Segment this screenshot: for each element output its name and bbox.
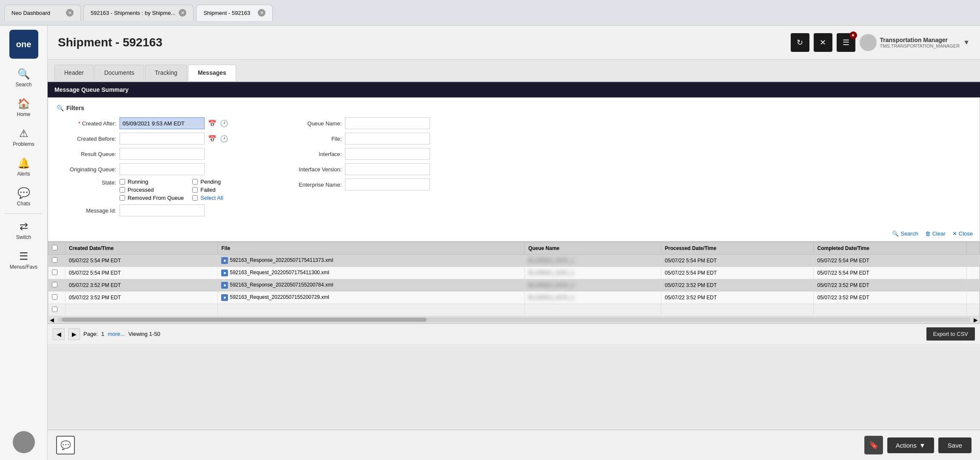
scroll-left-btn[interactable]: ◀ xyxy=(48,317,56,323)
enterprise-name-input[interactable] xyxy=(345,179,430,190)
horizontal-scrollbar[interactable]: ◀ ▶ xyxy=(48,316,980,323)
more-text[interactable]: more... xyxy=(108,331,125,337)
sidebar-avatar[interactable] xyxy=(13,431,35,453)
created-before-calendar-btn[interactable]: 📅 xyxy=(208,135,217,143)
row-processed-dt: 05/07/22 5:54 PM EDT xyxy=(661,267,814,279)
filter-interface-version-row: Interface Version: xyxy=(282,163,430,175)
app-layout: one 🔍 Search 🏠 Home ⚠ Problems 🔔 Alerts … xyxy=(0,26,980,460)
user-info[interactable]: Transportation Manager TMS.TRANSPORTATIO… xyxy=(860,34,970,51)
sidebar-item-switch[interactable]: ⇄ Switch xyxy=(0,216,47,245)
tab-header[interactable]: Header xyxy=(54,65,94,81)
filter-right-column: Queue Name: File: Interface: xyxy=(282,117,430,220)
row-checkbox[interactable] xyxy=(52,270,57,275)
state-processed-checkbox[interactable] xyxy=(120,187,125,193)
filter-result-queue-row: Result Queue: xyxy=(57,148,256,160)
row-queue: BLURRED_DATA_3 xyxy=(524,279,661,292)
col-processed-datetime: Processed Date/Time xyxy=(661,242,814,255)
scroll-right-btn[interactable]: ▶ xyxy=(972,317,980,323)
browser-tab-3[interactable]: Shipment - 592163 ✕ xyxy=(196,5,273,21)
app-logo[interactable]: one xyxy=(9,30,38,59)
user-role: TMS.TRANSPORTATION_MANAGER xyxy=(880,43,960,48)
state-removed-checkbox[interactable] xyxy=(120,195,125,201)
chat-button[interactable]: 💬 xyxy=(56,436,75,454)
state-select-all-checkbox[interactable] xyxy=(192,195,198,201)
select-all-link[interactable]: Select All xyxy=(200,195,223,201)
row-checkbox[interactable] xyxy=(52,257,57,263)
row-completed-dt: 05/07/22 3:52 PM EDT xyxy=(814,292,967,304)
table-header-row: Created Date/Time File Queue Name Proces… xyxy=(48,242,980,255)
prev-page-btn[interactable]: ◀ xyxy=(53,328,65,340)
row-checkbox-empty[interactable] xyxy=(52,307,57,312)
created-after-calendar-btn[interactable]: 📅 xyxy=(208,119,217,128)
page-label: Page: xyxy=(83,331,98,337)
sidebar-item-problems[interactable]: ⚠ Problems xyxy=(0,122,47,152)
interface-version-input[interactable] xyxy=(345,163,430,175)
save-button[interactable]: Save xyxy=(938,437,971,453)
export-csv-button[interactable]: Export to CSV xyxy=(926,327,975,341)
tab-close-3[interactable]: ✕ xyxy=(258,9,265,17)
created-before-clock-btn[interactable]: 🕐 xyxy=(220,135,228,143)
table-row-empty xyxy=(48,304,980,316)
actions-button[interactable]: Actions ▼ xyxy=(887,437,934,453)
filter-enterprise-name-row: Enterprise Name: xyxy=(282,179,430,190)
queue-name-input[interactable] xyxy=(345,117,430,129)
sidebar-item-search[interactable]: 🔍 Search xyxy=(0,63,47,93)
interface-input[interactable] xyxy=(345,148,430,160)
sidebar: one 🔍 Search 🏠 Home ⚠ Problems 🔔 Alerts … xyxy=(0,26,48,460)
row-file: ■592163_Response_20220507155200784.xml xyxy=(218,279,524,292)
scroll-thumb[interactable] xyxy=(62,318,427,322)
created-before-input[interactable] xyxy=(120,133,205,145)
filter-created-before-row: Created Before: 📅 🕐 xyxy=(57,133,256,145)
row-checkbox[interactable] xyxy=(52,294,57,300)
notification-button[interactable]: ☰ ★ xyxy=(837,33,855,52)
filter-search-icon: 🔍 xyxy=(57,105,64,111)
sidebar-item-home[interactable]: 🏠 Home xyxy=(0,93,47,122)
row-completed-dt: 05/07/22 5:54 PM EDT xyxy=(814,255,967,267)
originating-queue-input[interactable] xyxy=(120,163,205,175)
clear-filter-button[interactable]: 🗑 Clear xyxy=(925,230,946,237)
created-after-clock-btn[interactable]: 🕐 xyxy=(220,119,228,128)
filter-state-section: State: Running Pending xyxy=(57,179,256,201)
problems-icon: ⚠ xyxy=(19,128,28,139)
close-button[interactable]: ✕ xyxy=(814,33,832,52)
filter-left-column: Created After: 📅 🕐 Created Before: 📅 🕐 xyxy=(57,117,256,220)
table-row: 05/07/22 5:54 PM EDT ■592163_Response_20… xyxy=(48,255,980,267)
row-extra xyxy=(967,267,980,279)
bookmark-button[interactable]: 🔖 xyxy=(864,436,883,454)
state-failed-checkbox[interactable] xyxy=(192,187,198,193)
search-icon: 🔍 xyxy=(17,68,30,80)
row-file: ■592163_Request_20220507155200729.xml xyxy=(218,292,524,304)
file-icon: ■ xyxy=(221,294,228,301)
filter-originating-queue-row: Originating Queue: xyxy=(57,163,256,175)
state-pending-checkbox[interactable] xyxy=(192,179,198,185)
next-page-btn[interactable]: ▶ xyxy=(68,328,80,340)
queue-name-label: Queue Name: xyxy=(282,120,342,127)
sidebar-item-chats[interactable]: 💬 Chats xyxy=(0,182,47,212)
message-id-input[interactable] xyxy=(120,204,205,216)
scroll-track[interactable] xyxy=(57,318,970,322)
row-checkbox[interactable] xyxy=(52,282,57,287)
search-filter-button[interactable]: 🔍 Search xyxy=(892,230,918,237)
state-running-checkbox[interactable] xyxy=(120,179,125,185)
sidebar-divider xyxy=(5,213,43,214)
sidebar-item-menus[interactable]: ☰ Menus/Favs xyxy=(0,245,47,275)
sidebar-item-alerts[interactable]: 🔔 Alerts xyxy=(0,152,47,182)
tab-tracking[interactable]: Tracking xyxy=(145,65,187,81)
tab-messages[interactable]: Messages xyxy=(188,65,236,81)
chat-icon: 💬 xyxy=(60,440,71,450)
result-queue-input[interactable] xyxy=(120,148,205,160)
close-filter-button[interactable]: ✕ Close xyxy=(952,230,973,237)
filter-created-after-row: Created After: 📅 🕐 xyxy=(57,117,256,129)
browser-tab-1[interactable]: Neo Dashboard ✕ xyxy=(4,5,81,21)
select-all-rows-checkbox[interactable] xyxy=(52,245,57,250)
created-after-input[interactable] xyxy=(120,117,205,129)
tab-documents[interactable]: Documents xyxy=(94,65,144,81)
refresh-button[interactable]: ↻ xyxy=(791,33,809,52)
message-id-label: Message Id: xyxy=(57,207,116,214)
filter-file-row: File: xyxy=(282,133,430,145)
file-input[interactable] xyxy=(345,133,430,145)
user-dropdown-icon[interactable]: ▼ xyxy=(963,39,970,46)
tab-close-2[interactable]: ✕ xyxy=(179,9,186,17)
tab-close-1[interactable]: ✕ xyxy=(66,9,74,17)
browser-tab-2[interactable]: 592163 - Shipments : by Shipme... ✕ xyxy=(83,5,194,21)
